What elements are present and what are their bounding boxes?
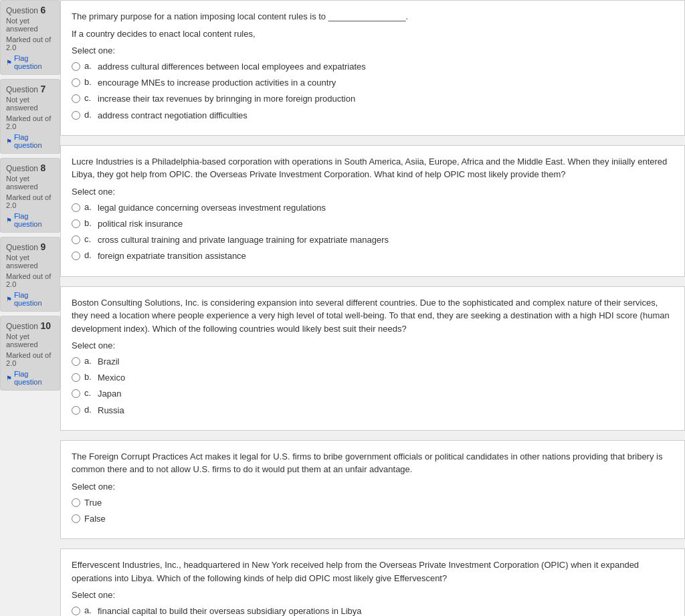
radio-q8-1[interactable] bbox=[72, 373, 80, 382]
sidebar-item-q7: Question 7 Not yet answered Marked out o… bbox=[0, 79, 60, 154]
flag-icon-9: ⚑ bbox=[6, 296, 12, 303]
flag-label-10: Flag question bbox=[14, 370, 54, 386]
question-num-8: 8 bbox=[40, 163, 45, 173]
question-text-7: Lucre Industries is a Philadelphia-based… bbox=[72, 155, 674, 181]
flag-question-10[interactable]: ⚑ Flag question bbox=[6, 370, 54, 386]
option-text-7-1: political risk insurance bbox=[98, 218, 183, 230]
radio-q8-0[interactable] bbox=[72, 357, 80, 366]
question-text-10: Effervescent Industries, Inc., headquart… bbox=[72, 558, 674, 585]
option-row-8-0: a. Brazil bbox=[72, 356, 674, 368]
option-letter-8-0: a. bbox=[84, 356, 94, 366]
flag-question-7[interactable]: ⚑ Flag question bbox=[6, 133, 54, 149]
question-subtext-6: If a country decides to enact local cont… bbox=[72, 27, 674, 41]
question-text-8: Boston Consulting Solutions, Inc. is con… bbox=[72, 296, 674, 336]
option-row-6-1: b. encourage MNEs to increase production… bbox=[72, 77, 674, 89]
question-label-9: Question bbox=[6, 243, 40, 252]
option-row-10-0: a. financial capital to build their over… bbox=[72, 605, 674, 616]
sidebar-item-q8: Question 8 Not yet answered Marked out o… bbox=[0, 158, 60, 233]
radio-q6-3[interactable] bbox=[72, 111, 80, 120]
option-row-8-3: d. Russia bbox=[72, 405, 674, 417]
radio-q7-1[interactable] bbox=[72, 219, 80, 228]
flag-question-9[interactable]: ⚑ Flag question bbox=[6, 291, 54, 307]
not-answered-10: Not yet answered bbox=[6, 332, 54, 348]
option-letter-6-2: c. bbox=[84, 93, 94, 103]
option-letter-6-3: d. bbox=[84, 110, 94, 120]
option-text-6-1: encourage MNEs to increase production ac… bbox=[98, 77, 336, 89]
option-row-6-0: a. address cultural differences between … bbox=[72, 61, 674, 73]
select-one-label-8: Select one: bbox=[72, 340, 674, 350]
option-text-7-3: foreign expatriate transition assistance bbox=[98, 250, 246, 262]
sidebar-item-q9: Question 9 Not yet answered Marked out o… bbox=[0, 237, 60, 312]
flag-label-6: Flag question bbox=[14, 54, 54, 70]
option-letter-6-0: a. bbox=[84, 61, 94, 71]
radio-q6-0[interactable] bbox=[72, 62, 80, 71]
option-text-10-0: financial capital to build their oversea… bbox=[98, 605, 362, 616]
marked-out-8: Marked out of2.0 bbox=[6, 193, 54, 209]
radio-q6-2[interactable] bbox=[72, 94, 80, 103]
radio-q8-3[interactable] bbox=[72, 406, 80, 415]
radio-q9-0[interactable] bbox=[72, 498, 80, 507]
question-label-8: Question bbox=[6, 164, 40, 173]
option-row-9-1: False bbox=[72, 513, 674, 525]
marked-out-9: Marked out of2.0 bbox=[6, 272, 54, 288]
radio-q7-0[interactable] bbox=[72, 203, 80, 212]
question-block-10: Effervescent Industries, Inc., headquart… bbox=[60, 548, 685, 616]
main-content: The primary purpose for a nation imposin… bbox=[60, 0, 685, 616]
radio-q6-1[interactable] bbox=[72, 78, 80, 87]
option-row-7-2: c. cross cultural training and private l… bbox=[72, 234, 674, 246]
option-text-9-1: False bbox=[84, 513, 106, 525]
question-num-10: 10 bbox=[40, 320, 51, 331]
option-letter-7-2: c. bbox=[84, 234, 94, 244]
radio-q10-0[interactable] bbox=[72, 607, 80, 615]
question-text-9: The Foreign Corrupt Practices Act makes … bbox=[72, 450, 674, 476]
option-letter-8-1: b. bbox=[84, 372, 94, 382]
option-text-6-2: increase their tax revenues by brinnging… bbox=[98, 93, 355, 105]
option-row-8-2: c. Japan bbox=[72, 388, 674, 400]
flag-question-6[interactable]: ⚑ Flag question bbox=[6, 54, 54, 70]
option-letter-7-0: a. bbox=[84, 202, 94, 212]
flag-label-8: Flag question bbox=[14, 212, 54, 228]
option-text-8-1: Mexico bbox=[98, 372, 125, 384]
flag-label-7: Flag question bbox=[14, 133, 54, 149]
option-text-7-2: cross cultural training and private lang… bbox=[98, 234, 389, 246]
question-block-7: Lucre Industries is a Philadelphia-based… bbox=[60, 145, 685, 277]
radio-q7-3[interactable] bbox=[72, 251, 80, 260]
option-letter-10-0: a. bbox=[84, 605, 94, 615]
not-answered-8: Not yet answered bbox=[6, 175, 54, 191]
option-row-9-0: True bbox=[72, 497, 674, 509]
flag-label-9: Flag question bbox=[14, 291, 54, 307]
option-letter-6-1: b. bbox=[84, 77, 94, 87]
radio-q9-1[interactable] bbox=[72, 514, 80, 523]
marked-out-10: Marked out of2.0 bbox=[6, 351, 54, 367]
option-letter-7-3: d. bbox=[84, 250, 94, 260]
option-text-9-0: True bbox=[84, 497, 102, 509]
option-letter-7-1: b. bbox=[84, 218, 94, 228]
flag-icon-7: ⚑ bbox=[6, 138, 12, 145]
not-answered-6: Not yet answered bbox=[6, 17, 54, 33]
select-one-label-10: Select one: bbox=[72, 590, 674, 600]
flag-question-8[interactable]: ⚑ Flag question bbox=[6, 212, 54, 228]
sidebar-item-q6: Question 6 Not yet answered Marked out o… bbox=[0, 0, 60, 75]
question-label-10: Question bbox=[6, 322, 40, 331]
option-row-8-1: b. Mexico bbox=[72, 372, 674, 384]
radio-q7-2[interactable] bbox=[72, 235, 80, 244]
question-block-6: The primary purpose for a nation imposin… bbox=[60, 0, 685, 136]
question-label-6: Question bbox=[6, 6, 40, 15]
option-text-8-3: Russia bbox=[98, 405, 124, 417]
select-one-label-7: Select one: bbox=[72, 187, 674, 197]
question-block-9: The Foreign Corrupt Practices Act makes … bbox=[60, 440, 685, 539]
flag-icon-10: ⚑ bbox=[6, 375, 12, 382]
option-row-7-1: b. political risk insurance bbox=[72, 218, 674, 230]
not-answered-9: Not yet answered bbox=[6, 253, 54, 270]
page-container: Question 6 Not yet answered Marked out o… bbox=[0, 0, 685, 616]
marked-out-7: Marked out of2.0 bbox=[6, 114, 54, 130]
radio-q8-2[interactable] bbox=[72, 389, 80, 398]
option-text-8-0: Brazil bbox=[98, 356, 120, 368]
option-row-7-0: a. legal guidance concerning overseas in… bbox=[72, 202, 674, 214]
question-num-6: 6 bbox=[40, 5, 45, 15]
question-num-7: 7 bbox=[40, 84, 45, 94]
option-letter-8-2: c. bbox=[84, 388, 94, 398]
option-text-6-0: address cultural differences between loc… bbox=[98, 61, 366, 73]
question-text-6: The primary purpose for a nation imposin… bbox=[72, 10, 674, 23]
option-row-6-3: d. address contract negotiation difficul… bbox=[72, 110, 674, 122]
